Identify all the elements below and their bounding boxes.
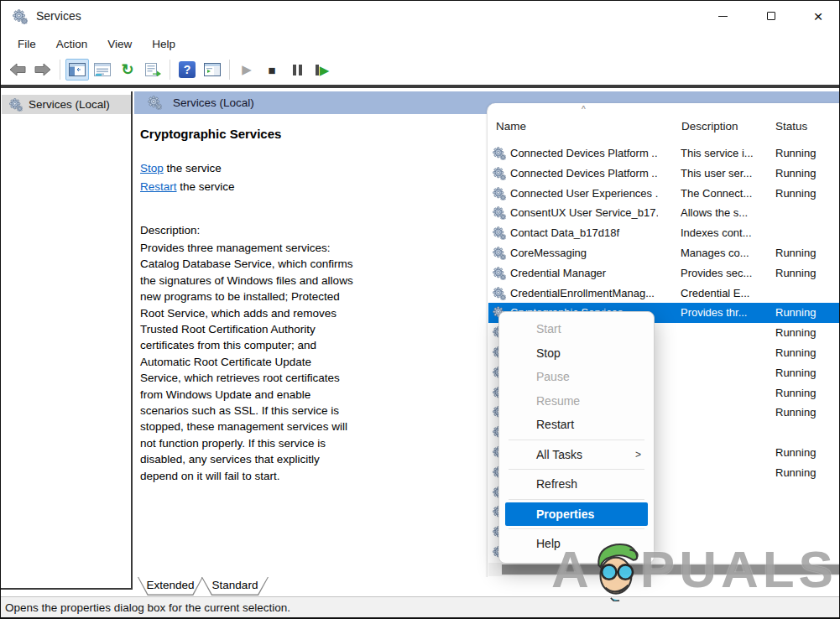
cell-description: This user ser... (681, 164, 770, 184)
service-gear-icon (493, 247, 506, 260)
restart-service-link[interactable]: Restart (140, 180, 177, 193)
column-header-name[interactable]: Name (496, 115, 655, 138)
tab-standard[interactable]: Standard (201, 577, 269, 596)
cell-status: Running (775, 383, 836, 403)
stop-service-button[interactable]: ■ (260, 59, 284, 81)
selected-service-title: Cryptographic Services (140, 127, 281, 141)
stop-service-link[interactable]: Stop (140, 162, 164, 174)
maximize-button[interactable] (752, 1, 790, 31)
cell-name: Credential Manager (510, 263, 658, 283)
forward-button[interactable] (31, 59, 55, 81)
cell-description (681, 423, 770, 443)
horizontal-scrollbar-thumb[interactable] (502, 564, 840, 575)
cell-status: Running (775, 243, 836, 263)
cell-status: Running (775, 363, 836, 383)
play-icon: ▶ (242, 62, 252, 77)
menu-help[interactable]: Help (143, 35, 184, 53)
table-row[interactable]: Connected User Experiences ...The Connec… (488, 184, 840, 204)
cell-description: This service i... (681, 143, 770, 164)
context-menu-item-stop[interactable]: Stop (499, 341, 654, 366)
show-console-tree-button[interactable] (65, 59, 89, 81)
cell-status: Running (775, 263, 836, 283)
start-service-button[interactable]: ▶ (235, 59, 258, 81)
cell-description: Indexes cont... (681, 223, 770, 243)
pause-icon (293, 65, 302, 75)
pause-service-button[interactable] (285, 59, 309, 81)
restart-line-text: the service (177, 180, 235, 193)
cell-description: The Connect... (681, 184, 770, 204)
refresh-button[interactable]: ↻ (116, 59, 139, 81)
details-pane: Services (Local) Cryptographic Services … (134, 91, 840, 580)
context-menu-item-restart[interactable]: Restart (499, 413, 654, 437)
menu-action[interactable]: Action (48, 35, 97, 53)
maximize-icon (767, 12, 775, 20)
tree-item-services-local[interactable]: Services (Local) (2, 95, 131, 114)
menu-separator (509, 528, 644, 529)
tab-standard-label: Standard (201, 577, 269, 596)
service-gear-icon (493, 187, 506, 200)
table-row[interactable]: Connected Devices Platform ...This user … (488, 164, 840, 184)
cell-description (681, 523, 770, 543)
cell-description (681, 443, 770, 463)
table-row[interactable]: Contact Data_b17d18fIndexes cont...Manua… (488, 223, 840, 243)
cell-description: Allows the s... (681, 203, 770, 223)
stop-service-line: Stop the service (140, 162, 222, 174)
show-action-pane-button[interactable] (201, 59, 224, 81)
services-gear-icon (13, 9, 28, 24)
menu-file[interactable]: File (9, 35, 44, 53)
table-row[interactable]: ConsentUX User Service_b17...Allows the … (488, 203, 840, 223)
cell-status (775, 543, 836, 563)
cell-status: Running (775, 323, 836, 343)
title-bar[interactable]: Services × (1, 1, 839, 33)
context-menu-item-all-tasks[interactable]: All Tasks> (499, 443, 654, 467)
context-menu-item-properties[interactable]: Properties (505, 502, 648, 527)
close-button[interactable]: × (799, 1, 837, 31)
cell-description (681, 502, 770, 523)
table-row[interactable]: Credential ManagerProvides sec...Running… (488, 263, 840, 283)
horizontal-scrollbar[interactable] (488, 563, 840, 576)
minimize-button[interactable] (703, 1, 742, 31)
help-button[interactable]: ? (175, 59, 199, 81)
service-gear-icon (493, 226, 506, 240)
toolbar-separator (229, 60, 230, 80)
cell-status: Running (775, 303, 836, 323)
cell-description (681, 463, 770, 483)
cell-status (775, 223, 836, 243)
minimize-icon (718, 16, 728, 17)
cell-status (775, 283, 836, 304)
table-row[interactable]: Connected Devices Platform ...This servi… (488, 143, 840, 164)
service-gear-icon (493, 147, 506, 160)
cell-description: Provides sec... (681, 263, 770, 283)
cell-name: ConsentUX User Service_b17... (510, 203, 658, 223)
column-header-description[interactable]: Description (681, 115, 765, 138)
cell-description: Manages co... (681, 243, 770, 263)
context-menu-item-help[interactable]: Help (499, 532, 654, 556)
properties-toolbar-button[interactable] (91, 59, 114, 81)
services-window: Services × FileActionViewHelp ↻ ? ▶ ■ ▶ … (0, 0, 840, 619)
service-description: Provides three management services: Cata… (140, 240, 353, 484)
column-header-status[interactable]: Status (775, 115, 834, 138)
context-menu-item-refresh[interactable]: Refresh (499, 472, 654, 497)
cell-status (775, 423, 836, 443)
restart-icon: ▶ (316, 64, 330, 76)
console-tree-icon (69, 63, 86, 76)
service-gear-icon (493, 206, 506, 220)
tab-extended-label: Extended (138, 577, 203, 596)
cell-description (681, 363, 770, 383)
main-area: Services (Local) Services (Local) Crypto… (1, 85, 840, 596)
description-label: Description: (140, 224, 200, 237)
tab-extended[interactable]: Extended (138, 577, 203, 596)
cell-status: Running (775, 443, 836, 463)
table-row[interactable]: CredentialEnrollmentManag...Credential E… (488, 283, 840, 304)
context-menu-item-resume: Resume (499, 389, 654, 414)
toolbar-separator (170, 60, 170, 80)
restart-service-button[interactable]: ▶ (310, 59, 334, 81)
menu-view[interactable]: View (99, 35, 140, 53)
cell-status: Running (775, 403, 836, 423)
table-row[interactable]: CoreMessagingManages co...RunningAutomat… (488, 243, 840, 263)
cell-status: Running (775, 164, 836, 184)
back-button[interactable] (6, 59, 29, 81)
cell-status: Running (775, 343, 836, 363)
export-list-button[interactable] (141, 59, 164, 81)
window-title: Services (36, 9, 81, 23)
